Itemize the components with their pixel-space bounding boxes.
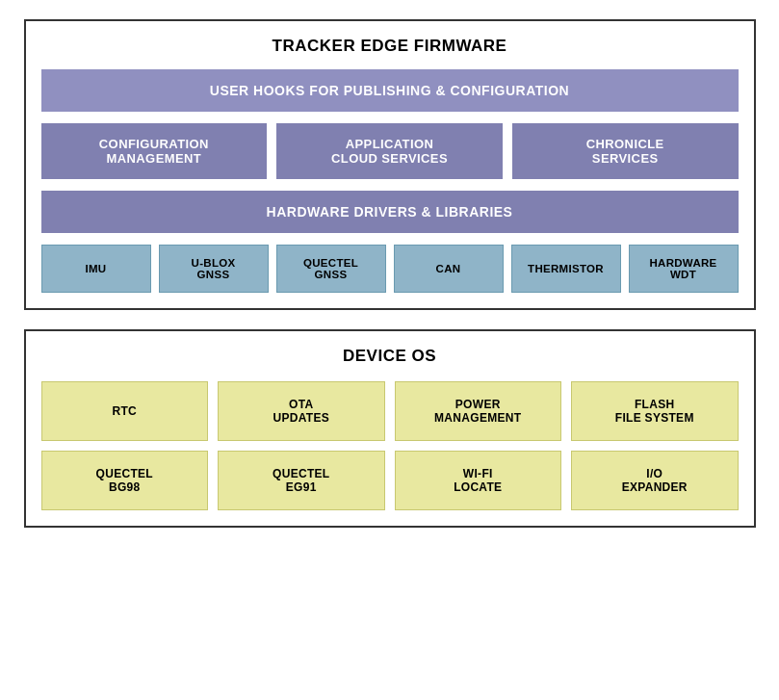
os-grid: RTC OTA UPDATES POWER MANAGEMENT FLASH F… <box>41 381 739 510</box>
component-quectel-gnss: QUECTEL GNSS <box>276 245 386 293</box>
hw-drivers-row: HARDWARE DRIVERS & LIBRARIES <box>41 191 739 233</box>
service-chronicle: CHRONICLE SERVICES <box>512 123 739 179</box>
service-config-mgmt: CONFIGURATION MANAGEMENT <box>41 123 268 179</box>
device-os-box: DEVICE OS RTC OTA UPDATES POWER MANAGEME… <box>24 329 756 528</box>
user-hooks-row: USER HOOKS FOR PUBLISHING & CONFIGURATIO… <box>41 69 739 112</box>
component-thermistor: THERMISTOR <box>511 245 621 293</box>
diagram-container: TRACKER EDGE FIRMWARE USER HOOKS FOR PUB… <box>24 19 756 528</box>
os-quectel-bg98: QUECTEL BG98 <box>41 451 209 510</box>
firmware-box: TRACKER EDGE FIRMWARE USER HOOKS FOR PUB… <box>24 19 756 310</box>
os-rtc: RTC <box>41 381 209 441</box>
os-flash-fs: FLASH FILE SYSTEM <box>571 381 739 441</box>
component-can: CAN <box>394 245 504 293</box>
components-row: IMU U-BLOX GNSS QUECTEL GNSS CAN THERMIS… <box>41 245 739 293</box>
os-ota: OTA UPDATES <box>218 381 385 441</box>
device-os-title: DEVICE OS <box>41 347 739 366</box>
service-app-cloud: APPLICATION CLOUD SERVICES <box>276 123 503 179</box>
os-power-mgmt: POWER MANAGEMENT <box>395 381 562 441</box>
os-quectel-eg91: QUECTEL EG91 <box>218 451 385 510</box>
services-row: CONFIGURATION MANAGEMENT APPLICATION CLO… <box>41 123 739 179</box>
os-wifi-locate: WI-FI LOCATE <box>395 451 562 510</box>
firmware-title: TRACKER EDGE FIRMWARE <box>41 37 739 56</box>
component-imu: IMU <box>41 245 151 293</box>
component-ublox: U-BLOX GNSS <box>159 245 269 293</box>
component-hw-wdt: HARDWARE WDT <box>629 245 739 293</box>
os-io-expander: I/O EXPANDER <box>571 451 739 510</box>
